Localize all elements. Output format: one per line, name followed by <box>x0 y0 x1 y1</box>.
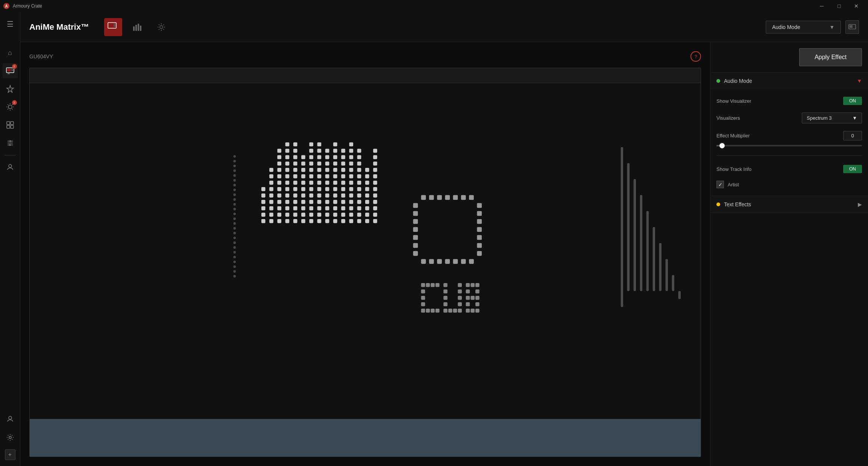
svg-rect-200 <box>349 142 354 146</box>
effect-multiplier-slider-container <box>716 145 862 146</box>
svg-rect-106 <box>293 187 297 191</box>
svg-rect-216 <box>365 200 369 204</box>
tab-settings[interactable] <box>152 18 170 36</box>
header-device-icon[interactable] <box>845 20 859 34</box>
svg-rect-113 <box>293 142 297 146</box>
svg-rect-191 <box>349 200 354 204</box>
svg-rect-64 <box>261 200 266 204</box>
apply-effect-button[interactable]: Apply Effect <box>799 48 862 66</box>
svg-rect-185 <box>341 161 345 166</box>
show-track-info-toggle[interactable]: ON <box>843 165 862 173</box>
tab-matrix[interactable] <box>104 18 122 36</box>
svg-rect-245 <box>477 235 482 240</box>
sidebar-item-device[interactable]: 2 <box>3 63 18 78</box>
svg-rect-10 <box>11 122 14 125</box>
svg-rect-281 <box>431 309 435 313</box>
sidebar-add-button[interactable]: + <box>5 449 15 460</box>
svg-rect-220 <box>365 174 369 178</box>
svg-rect-170 <box>333 174 337 178</box>
sidebar-item-home[interactable]: ⌂ <box>3 45 18 60</box>
svg-rect-127 <box>309 206 313 210</box>
svg-rect-235 <box>429 195 434 200</box>
svg-rect-61 <box>261 219 266 223</box>
slider-thumb[interactable] <box>719 143 725 148</box>
svg-rect-295 <box>466 283 470 287</box>
sidebar-item-lighting[interactable] <box>3 81 18 96</box>
visualizers-chevron-icon: ▼ <box>852 115 857 121</box>
mode-dropdown[interactable]: Audio Mode ▼ <box>766 21 841 34</box>
svg-rect-124 <box>301 155 305 159</box>
svg-rect-165 <box>333 206 337 210</box>
svg-rect-107 <box>293 181 297 185</box>
svg-rect-195 <box>349 174 354 178</box>
svg-rect-129 <box>309 193 313 198</box>
svg-rect-246 <box>477 243 482 248</box>
svg-rect-138 <box>317 219 322 223</box>
svg-rect-41 <box>234 184 236 186</box>
effect-multiplier-slider-track[interactable] <box>716 145 862 146</box>
window-controls: ─ □ ✕ <box>813 0 865 12</box>
svg-rect-224 <box>373 206 377 210</box>
sidebar-item-mixer[interactable] <box>3 136 18 151</box>
svg-rect-184 <box>341 168 345 172</box>
effect-multiplier-label: Effect Multiplier <box>716 133 750 139</box>
svg-rect-78 <box>277 206 281 210</box>
svg-rect-5 <box>11 70 13 71</box>
svg-rect-87 <box>277 149 281 153</box>
svg-rect-180 <box>341 193 345 198</box>
svg-rect-140 <box>317 206 322 210</box>
artist-checkbox[interactable] <box>716 181 724 188</box>
close-button[interactable]: ✕ <box>848 0 865 12</box>
svg-rect-166 <box>333 200 337 204</box>
svg-rect-26 <box>114 25 115 27</box>
svg-rect-208 <box>357 174 361 178</box>
svg-rect-212 <box>357 149 361 153</box>
svg-rect-171 <box>333 168 337 172</box>
svg-rect-137 <box>309 142 313 146</box>
svg-rect-190 <box>349 206 354 210</box>
svg-rect-143 <box>317 187 322 191</box>
sidebar-item-menu[interactable]: ☰ <box>3 17 18 32</box>
maximize-button[interactable]: □ <box>830 0 848 12</box>
svg-rect-154 <box>325 200 329 204</box>
svg-rect-95 <box>285 174 290 178</box>
svg-rect-264 <box>634 179 636 291</box>
sidebar-item-gallery[interactable] <box>3 117 18 132</box>
svg-rect-209 <box>357 168 361 172</box>
svg-rect-189 <box>349 213 354 217</box>
svg-rect-34 <box>30 123 701 379</box>
svg-rect-226 <box>373 193 377 198</box>
panel-section-audio-mode-header[interactable]: Audio Mode ▼ <box>710 73 868 89</box>
app-logo: A <box>3 3 10 9</box>
visualizers-row: Visualizers Spectrum 3 ▼ <box>716 113 862 123</box>
svg-rect-101 <box>293 219 297 223</box>
svg-rect-169 <box>333 181 337 185</box>
svg-rect-86 <box>277 155 281 159</box>
svg-rect-39 <box>234 174 236 177</box>
svg-rect-27 <box>133 26 135 31</box>
svg-rect-12 <box>11 125 14 128</box>
tab-equalizer[interactable] <box>128 18 146 36</box>
svg-rect-55 <box>234 251 236 253</box>
visualizers-dropdown[interactable]: Spectrum 3 ▼ <box>802 113 862 123</box>
svg-rect-9 <box>7 122 10 125</box>
sidebar-item-aura[interactable]: 2 <box>3 99 18 114</box>
svg-point-19 <box>9 145 11 146</box>
svg-rect-213 <box>365 219 369 223</box>
svg-rect-178 <box>341 206 345 210</box>
sidebar-item-profile[interactable] <box>3 160 18 175</box>
header-tabs <box>104 18 170 36</box>
effect-multiplier-input[interactable]: 0 <box>843 131 862 140</box>
show-visualizer-toggle[interactable]: ON <box>843 97 862 105</box>
svg-rect-74 <box>269 174 273 178</box>
svg-point-31 <box>160 26 163 29</box>
preview-canvas <box>29 68 701 457</box>
minimize-button[interactable]: ─ <box>813 0 830 12</box>
svg-rect-112 <box>293 149 297 153</box>
svg-rect-232 <box>373 155 377 159</box>
info-icon[interactable]: ? <box>690 51 701 62</box>
sidebar-item-user[interactable] <box>3 412 18 427</box>
sidebar-item-settings[interactable] <box>3 430 18 445</box>
panel-section-text-effects-header[interactable]: Text Effects ▶ <box>710 196 868 213</box>
svg-rect-241 <box>477 203 482 208</box>
